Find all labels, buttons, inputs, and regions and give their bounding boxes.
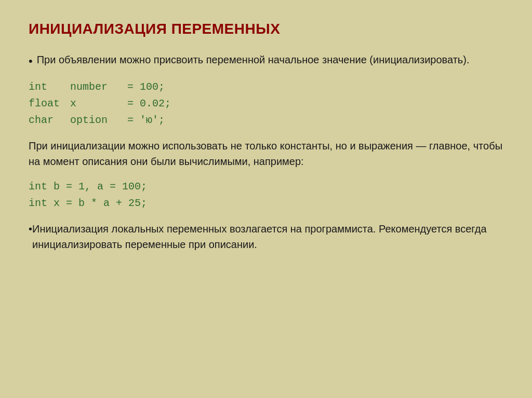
body-paragraph-1: При инициализации можно использовать не … — [29, 138, 503, 169]
code-line-char: char option = 'ю'; — [29, 112, 503, 129]
bullet-paragraph-1: • При объявлении можно присвоить перемен… — [29, 52, 503, 70]
bullet-dot-2: • — [29, 221, 32, 252]
code-assign-x: = 0.02; — [127, 95, 171, 112]
code-keyword-int: int — [29, 79, 70, 95]
code-keyword-char: char — [29, 112, 70, 129]
code-keyword-float: float — [29, 95, 70, 112]
code-line-float: float x = 0.02; — [29, 95, 503, 112]
slide-title: ИНИЦИАЛИЗАЦИЯ ПЕРЕМЕННЫХ — [29, 21, 503, 37]
code-block-1: int number = 100; float x = 0.02; char o… — [29, 79, 503, 129]
code-line-int: int number = 100; — [29, 79, 503, 95]
bullet-paragraph-2: • Инициализация локальных переменных воз… — [29, 221, 503, 252]
code-assign-option: = 'ю'; — [127, 112, 165, 129]
slide-container: ИНИЦИАЛИЗАЦИЯ ПЕРЕМЕННЫХ • При объявлени… — [0, 0, 532, 398]
code-varname-x: x — [70, 95, 127, 112]
code-line-x2: int x = b * a + 25; — [29, 195, 503, 212]
code-block-2: int b = 1, a = 100; int x = b * a + 25; — [29, 179, 503, 212]
code-varname-number: number — [70, 79, 127, 95]
bullet-text-2: Инициализация локальных переменных возла… — [32, 221, 503, 252]
bullet-text-1: При объявлении можно присвоить переменно… — [37, 52, 503, 70]
bullet-dot-1: • — [29, 52, 33, 70]
slide-content: • При объявлении можно присвоить перемен… — [29, 52, 503, 252]
code-assign-number: = 100; — [127, 79, 165, 95]
code-line-b: int b = 1, a = 100; — [29, 179, 503, 195]
code-varname-option: option — [70, 112, 127, 129]
